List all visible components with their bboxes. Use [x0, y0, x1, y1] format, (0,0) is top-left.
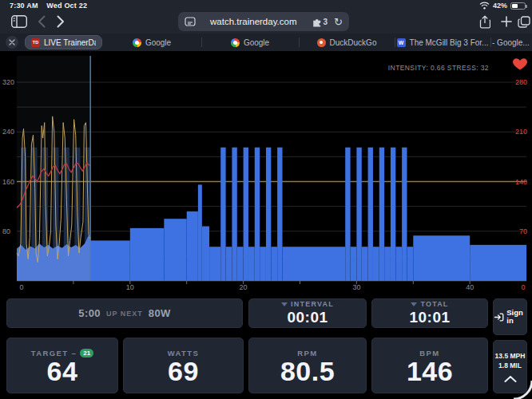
forward-button[interactable]	[54, 14, 67, 29]
up-next-power: 80W	[149, 307, 171, 319]
sign-in-button[interactable]: Sign in	[493, 298, 527, 335]
battery-percent: 42%	[493, 2, 507, 10]
address-bar[interactable]: watch.trainerday.com 3 ↻	[178, 12, 349, 31]
tab-label: Google	[244, 38, 269, 47]
sign-in-label: Sign in	[506, 309, 526, 326]
url-text: watch.trainerday.com	[196, 17, 312, 26]
dropdown-icon[interactable]	[411, 302, 417, 306]
share-button[interactable]	[477, 14, 493, 30]
corner-arc-decoration	[506, 373, 532, 399]
rpm-value: 80.5	[280, 358, 335, 386]
svg-text:140: 140	[515, 178, 527, 186]
svg-text:240: 240	[2, 128, 14, 136]
svg-text:10: 10	[126, 283, 134, 291]
bpm-metric-panel: BPM 146	[371, 338, 488, 393]
page-settings-icon[interactable]	[185, 17, 196, 26]
tab-label: Google	[145, 38, 171, 47]
tab-label: DuckDuckGo	[330, 38, 377, 47]
target-badge: 21	[80, 349, 93, 358]
google-favicon	[133, 38, 141, 47]
distance-value: 1.8 MIL	[498, 361, 522, 369]
svg-text:320: 320	[2, 78, 14, 86]
extension-count: 3	[324, 18, 328, 26]
intensity-stress-label: INTENSITY: 0.66 STRESS: 32	[388, 64, 489, 72]
interval-value: 00:01	[287, 309, 328, 326]
workout-chart: 80160240320070140210280010203040INTENSIT…	[0, 53, 532, 294]
interval-label: INTERVAL	[291, 300, 334, 308]
new-tab-button[interactable]	[498, 14, 514, 30]
trainerday-favicon: TD	[31, 38, 40, 47]
svg-text:160: 160	[2, 178, 14, 186]
battery-icon	[510, 2, 526, 10]
tab-overview-button[interactable]	[516, 14, 532, 30]
total-value: 10:01	[409, 309, 450, 326]
svg-text:20: 20	[240, 283, 248, 291]
mcgill-favicon: W	[397, 38, 406, 47]
total-timer-panel[interactable]: TOTAL 10:01	[371, 298, 488, 328]
bpm-value: 146	[407, 358, 453, 386]
reload-icon[interactable]: ↻	[334, 16, 343, 28]
browser-toolbar: watch.trainerday.com 3 ↻	[0, 10, 532, 34]
screen: 7:30 AM Wed Oct 22 42%	[0, 0, 532, 399]
total-label: TOTAL	[420, 300, 448, 308]
svg-text:0: 0	[521, 283, 525, 291]
up-next-duration: 5:00	[78, 307, 101, 319]
svg-text:80: 80	[2, 227, 10, 235]
svg-text:40: 40	[466, 283, 474, 291]
up-next-label: UP NEXT	[106, 310, 143, 318]
sidebar-toggle-button[interactable]	[10, 13, 29, 30]
dropdown-icon[interactable]	[281, 302, 288, 306]
login-icon	[494, 310, 504, 324]
tab-label: - Google...	[492, 38, 530, 47]
status-time: 7:30 AM	[10, 2, 38, 10]
target-value: 64	[47, 358, 78, 386]
svg-text:0: 0	[19, 283, 23, 291]
close-tab-icon[interactable]	[6, 36, 18, 49]
tab-google-partial[interactable]: - Google...	[492, 34, 532, 51]
tab-google-2[interactable]: Google	[201, 34, 299, 51]
speed-value: 13.5 MPH	[495, 352, 526, 360]
svg-text:280: 280	[515, 78, 527, 86]
status-date: Wed Oct 22	[46, 2, 87, 10]
tab-google-1[interactable]: Google	[102, 34, 201, 51]
browser-chrome: 7:30 AM Wed Oct 22 42%	[0, 0, 532, 51]
tab-mcgill[interactable]: W The McGill Big 3 For...	[395, 34, 490, 51]
svg-text:210: 210	[515, 128, 527, 136]
tab-label: The McGill Big 3 For...	[410, 38, 489, 47]
wifi-icon	[479, 2, 490, 10]
duckduckgo-favicon	[317, 38, 326, 47]
trainerday-app: 80160240320070140210280010203040INTENSIT…	[0, 53, 532, 399]
heart-icon	[513, 58, 527, 69]
status-bar: 7:30 AM Wed Oct 22 42%	[0, 0, 532, 10]
svg-text:70: 70	[519, 227, 527, 235]
back-button[interactable]	[35, 14, 48, 29]
google-favicon	[231, 38, 240, 47]
tab-live-trainerday[interactable]: TD LIVE TrainerDay	[25, 35, 102, 49]
svg-text:30: 30	[352, 283, 360, 291]
watts-metric-panel: WATTS 69	[123, 338, 244, 393]
rpm-metric-panel: RPM 80.5	[248, 338, 367, 393]
tab-duckduckgo[interactable]: DuckDuckGo	[299, 34, 395, 51]
target-metric-panel: TARGET – 21 64	[6, 338, 118, 393]
watts-value: 69	[168, 358, 199, 386]
tab-label: LIVE TrainerDay	[44, 38, 96, 47]
interval-timer-panel[interactable]: INTERVAL 00:01	[248, 298, 367, 328]
tab-bar: TD LIVE TrainerDay Google Google DuckDuc…	[0, 34, 532, 51]
extensions-puzzle-icon[interactable]	[312, 17, 323, 27]
up-next-panel: 5:00 UP NEXT 80W	[6, 298, 243, 328]
